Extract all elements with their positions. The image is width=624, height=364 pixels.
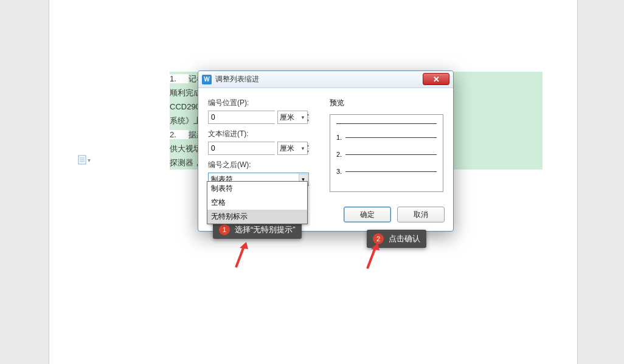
chevron-down-icon: ▾	[88, 157, 91, 163]
preview-label: 预览	[330, 98, 443, 108]
chevron-down-icon: ▼	[300, 115, 305, 120]
arrow-annotation-icon	[231, 242, 249, 272]
arrow-annotation-icon	[362, 243, 381, 273]
app-logo-icon: W	[202, 75, 212, 84]
tip-text: 点击确认	[389, 233, 420, 244]
preview-box: 1. 2. 3.	[330, 114, 443, 192]
option-none[interactable]: 无特别标示	[207, 210, 307, 224]
text-indent-input[interactable]: ▲ ▼	[208, 142, 275, 155]
after-number-dropdown: 制表符 空格 无特别标示	[207, 181, 308, 224]
close-button[interactable]: ✕	[423, 73, 449, 85]
number-position-input[interactable]: ▲ ▼	[208, 111, 275, 124]
chevron-down-icon: ▼	[300, 146, 305, 151]
ok-button[interactable]: 确定	[344, 207, 391, 222]
unit-combo[interactable]: 厘米 ▼	[277, 142, 308, 155]
svg-marker-5	[240, 242, 248, 249]
text-indent-label: 文本缩进(T):	[208, 129, 311, 139]
dialog-title: 调整列表缩进	[215, 74, 259, 84]
unit-combo[interactable]: 厘米 ▼	[277, 111, 308, 124]
page-indicator-icon: ▾	[78, 155, 91, 165]
close-icon: ✕	[433, 75, 440, 84]
option-tab[interactable]: 制表符	[207, 182, 307, 196]
tip-badge: 1	[219, 224, 230, 235]
dialog-titlebar[interactable]: W 调整列表缩进 ✕	[198, 71, 453, 88]
cancel-button[interactable]: 取消	[397, 207, 445, 222]
after-number-label: 编号之后(W):	[208, 160, 311, 170]
number-position-label: 编号位置(P):	[208, 98, 311, 108]
svg-marker-7	[371, 243, 380, 250]
tip-text: 选择“无特别提示”	[235, 224, 296, 235]
option-space[interactable]: 空格	[207, 196, 307, 210]
